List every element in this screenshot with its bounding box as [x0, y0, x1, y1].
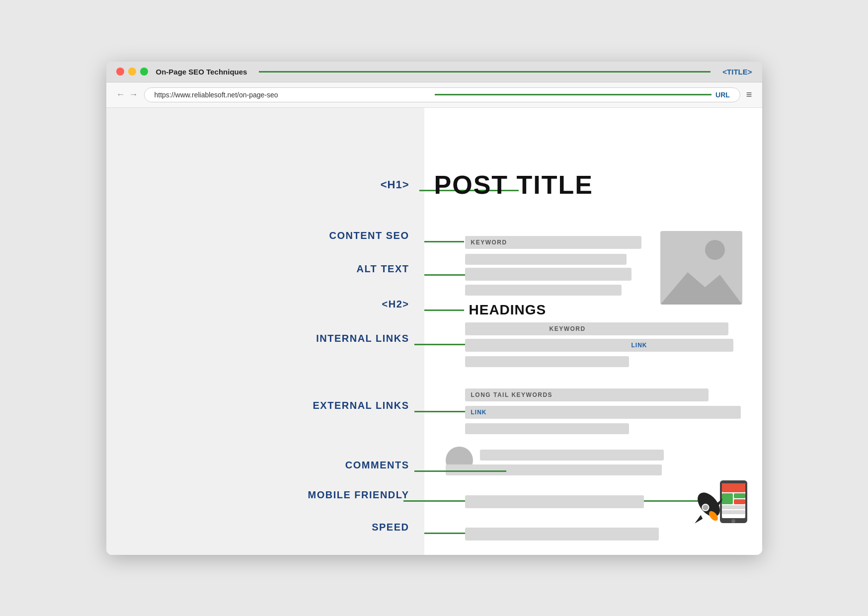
maximize-button[interactable]	[140, 68, 148, 76]
diagram-right	[424, 108, 762, 555]
browser-window: On-Page SEO Techniques <TITLE> ← → https…	[106, 62, 762, 555]
traffic-lights	[116, 68, 148, 76]
diagram-container: <H1> POST TITLE CONTENT SEO KEYWORD	[106, 108, 762, 555]
address-bar: ← → https://www.reliablesoft.net/on-page…	[106, 82, 762, 108]
title-line	[259, 71, 710, 73]
url-line	[435, 94, 711, 95]
title-tag: <TITLE>	[722, 68, 752, 76]
nav-buttons: ← →	[116, 89, 138, 100]
page-title: On-Page SEO Techniques	[156, 68, 247, 76]
close-button[interactable]	[116, 68, 124, 76]
title-bar: On-Page SEO Techniques <TITLE>	[106, 62, 762, 82]
url-bar[interactable]: https://www.reliablesoft.net/on-page-seo…	[144, 87, 740, 102]
forward-button[interactable]: →	[129, 89, 138, 100]
minimize-button[interactable]	[128, 68, 136, 76]
url-label: URL	[715, 91, 730, 99]
back-button[interactable]: ←	[116, 89, 125, 100]
diagram-left	[106, 108, 424, 555]
menu-icon[interactable]: ≡	[746, 89, 752, 100]
url-text: https://www.reliablesoft.net/on-page-seo	[155, 91, 431, 99]
